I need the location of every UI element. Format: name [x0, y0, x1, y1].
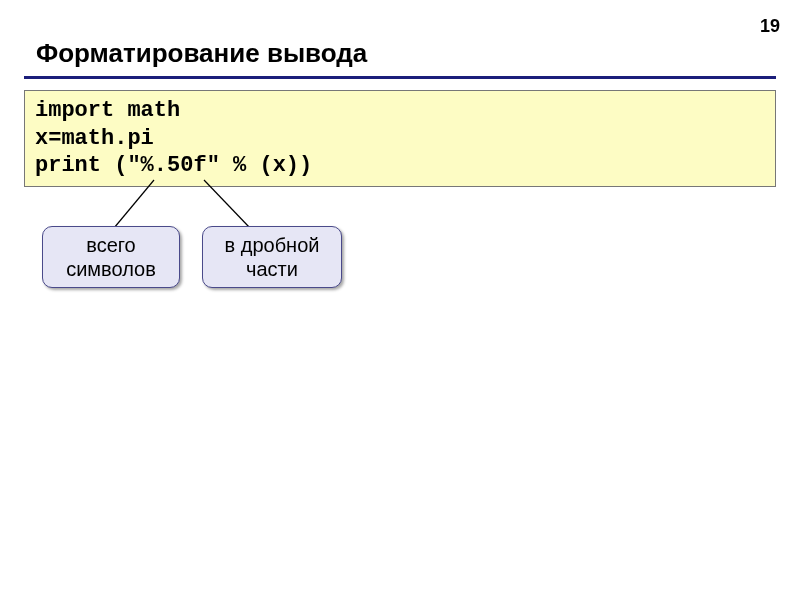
page-number: 19	[760, 16, 780, 37]
callout-total-line2: символов	[57, 257, 165, 281]
svg-line-1	[204, 180, 250, 228]
code-line-3: print ("%.50f" % (x))	[35, 152, 765, 180]
callout-fraction-part: в дробной части	[202, 226, 342, 288]
callout-fraction-line1: в дробной	[217, 233, 327, 257]
code-block: import math x=math.pi print ("%.50f" % (…	[24, 90, 776, 187]
code-line-1: import math	[35, 97, 765, 125]
callout-fraction-line2: части	[217, 257, 327, 281]
callout-total-line1: всего	[57, 233, 165, 257]
slide-title: Форматирование вывода	[36, 38, 367, 69]
svg-line-0	[114, 180, 154, 228]
callout-total-chars: всего символов	[42, 226, 180, 288]
title-divider	[24, 76, 776, 79]
code-line-2: x=math.pi	[35, 125, 765, 153]
callouts-area: всего символов в дробной части	[24, 178, 776, 328]
